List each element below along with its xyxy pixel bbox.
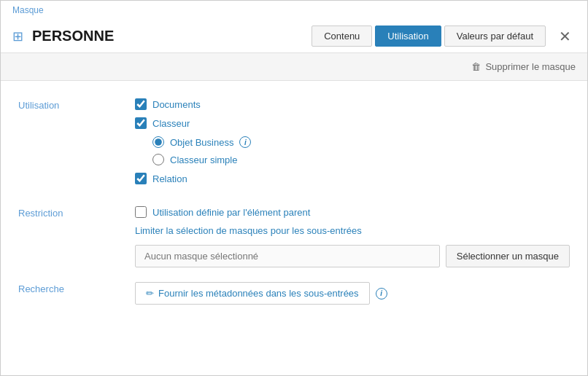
utilisation-row: Utilisation Documents Classeur Objet [18,98,570,192]
objet-business-row: Objet Business i [152,136,570,148]
page-title: PERSONNE [32,28,303,44]
recherche-row: Recherche ✏ Fournir les métadonnées dans… [18,282,570,305]
classeur-checkbox[interactable] [135,117,147,129]
delete-mask-button[interactable]: 🗑 Supprimer le masque [471,61,576,72]
fournir-metadonnees-label: Fournir les métadonnées dans les sous-en… [158,288,359,299]
restriction-checkbox[interactable] [135,206,147,218]
select-mask-button[interactable]: Sélectionner un masque [446,245,570,267]
objet-business-info-icon[interactable]: i [239,136,251,148]
classeur-simple-label: Classeur simple [170,154,237,165]
recherche-controls: ✏ Fournir les métadonnées dans les sous-… [135,282,570,305]
recherche-label: Recherche [18,282,135,294]
utilisation-definie-row: Utilisation définie par l'élément parent [135,206,570,218]
tab-contenu[interactable]: Contenu [312,26,372,47]
fournir-metadonnees-button[interactable]: ✏ Fournir les métadonnées dans les sous-… [135,282,370,305]
classeur-checkbox-row: Classeur [135,117,570,129]
classeur-simple-row: Classeur simple [152,154,570,165]
documents-checkbox[interactable] [135,98,147,110]
restriction-label: Restriction [18,206,135,219]
toolbar: 🗑 Supprimer le masque [1,53,587,81]
close-button[interactable]: ✕ [554,26,576,47]
classeur-simple-radio[interactable] [152,154,164,165]
relation-label: Relation [152,173,187,184]
header: ⊞ PERSONNE Contenu Utilisation Valeurs p… [1,20,587,53]
restriction-controls: Utilisation définie par l'élément parent… [135,206,570,267]
main-window: Masque ⊞ PERSONNE Contenu Utilisation Va… [0,0,588,376]
documents-label: Documents [152,99,201,110]
mask-select-row: Sélectionner un masque [135,245,570,267]
limiter-selection-link[interactable]: Limiter la sélection de masques pour les… [135,225,570,236]
recherche-info-icon[interactable]: i [376,288,387,299]
classeur-label: Classeur [152,118,190,129]
trash-icon: 🗑 [471,61,481,72]
breadcrumb: Masque [1,1,587,20]
delete-mask-label: Supprimer le masque [485,61,576,72]
mask-input[interactable] [135,245,440,267]
tab-valeurs-par-defaut[interactable]: Valeurs par défaut [444,26,546,47]
utilisation-definie-label: Utilisation définie par l'élément parent [152,207,310,218]
objet-business-radio[interactable] [152,136,164,148]
classeur-radio-group: Objet Business i Classeur simple [152,136,570,165]
utilisation-controls: Documents Classeur Objet Business i [135,98,570,192]
documents-checkbox-row: Documents [135,98,570,110]
pencil-icon: ✏ [146,288,154,299]
relation-checkbox[interactable] [135,173,147,184]
tab-utilisation[interactable]: Utilisation [375,26,441,47]
objet-business-label: Objet Business [170,137,233,148]
restriction-row: Restriction Utilisation définie par l'él… [18,206,570,267]
recherche-inner-row: ✏ Fournir les métadonnées dans les sous-… [135,282,570,305]
content-area: Utilisation Documents Classeur Objet [1,81,587,375]
tab-group: Contenu Utilisation Valeurs par défaut [312,26,546,47]
utilisation-label: Utilisation [18,98,135,111]
relation-checkbox-row: Relation [135,173,570,184]
grid-icon: ⊞ [12,28,23,44]
